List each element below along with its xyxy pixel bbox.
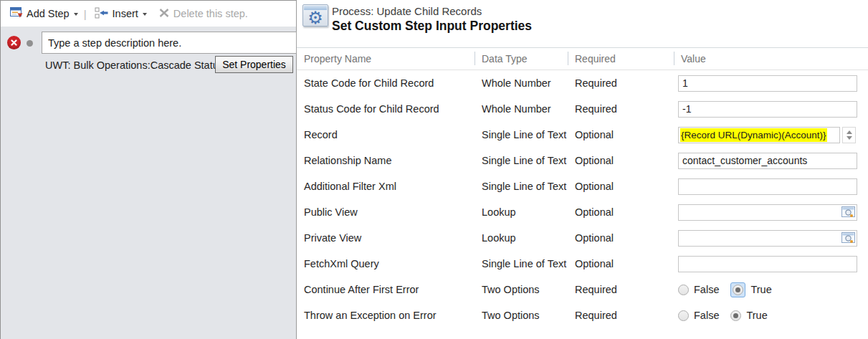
value-input[interactable] bbox=[678, 178, 857, 195]
table-row: Additional Filter XmlSingle Line of Text… bbox=[297, 173, 868, 199]
lookup-input[interactable] bbox=[678, 230, 857, 247]
required-flag: Optional bbox=[568, 129, 674, 140]
property-name: Record bbox=[297, 129, 474, 140]
data-type: Single Line of Text bbox=[474, 155, 568, 166]
highlighted-value: {Record URL(Dynamic)(Account)} bbox=[680, 128, 827, 142]
add-step-button[interactable]: Add Step bbox=[7, 5, 81, 22]
error-icon bbox=[7, 36, 21, 49]
delete-icon bbox=[158, 8, 170, 20]
lookup-icon[interactable] bbox=[841, 206, 855, 219]
table-row: Status Code for Child RecordWhole Number… bbox=[297, 96, 868, 122]
add-step-label: Add Step bbox=[27, 8, 70, 19]
required-flag: Required bbox=[568, 310, 674, 321]
chevron-down-icon bbox=[74, 13, 78, 16]
property-name: Relationship Name bbox=[297, 155, 474, 166]
table-row: Relationship NameSingle Line of TextOpti… bbox=[297, 148, 868, 173]
page-title: Set Custom Step Input Properties bbox=[332, 19, 868, 34]
data-type: Two Options bbox=[474, 284, 568, 295]
property-name: State Code for Child Record bbox=[297, 77, 474, 89]
radio-label: True bbox=[750, 284, 771, 295]
radio-label: False bbox=[694, 310, 719, 321]
value-input[interactable] bbox=[678, 153, 857, 169]
property-name: Status Code for Child Record bbox=[297, 103, 474, 115]
table-row: Throw an Exception on ErrorTwo OptionsRe… bbox=[297, 302, 868, 328]
required-flag: Optional bbox=[568, 232, 674, 244]
data-type: Lookup bbox=[474, 232, 568, 244]
property-name: Additional Filter Xml bbox=[297, 181, 474, 192]
data-type: Two Options bbox=[474, 310, 568, 321]
required-flag: Required bbox=[568, 77, 674, 89]
value-cell: {Record URL(Dynamic)(Account)} bbox=[674, 127, 868, 143]
property-rows: State Code for Child RecordWhole NumberR… bbox=[297, 70, 868, 328]
radio-true[interactable] bbox=[730, 310, 741, 321]
process-name: Process: Update Child Records bbox=[332, 0, 868, 17]
value-cell: FalseTrue bbox=[674, 282, 868, 297]
process-gear-icon: ⚙ bbox=[302, 4, 330, 30]
step-canvas: UWT: Bulk Operations:Cascade Status Set … bbox=[1, 27, 296, 339]
workflow-designer: Add Step | Insert bbox=[0, 0, 868, 339]
required-flag: Required bbox=[568, 103, 674, 115]
value-cell bbox=[674, 178, 868, 195]
table-header: Property Name Data Type Required Value bbox=[297, 48, 868, 70]
column-header-property-name: Property Name bbox=[297, 48, 474, 70]
radio-dot bbox=[735, 287, 740, 292]
value-cell bbox=[674, 256, 868, 272]
value-cell bbox=[674, 101, 868, 118]
lookup-icon[interactable] bbox=[841, 232, 855, 244]
table-row: State Code for Child RecordWhole NumberR… bbox=[297, 70, 868, 96]
table-row: Public ViewLookupOptional bbox=[297, 199, 868, 225]
value-input[interactable] bbox=[678, 256, 857, 272]
delete-step-button[interactable]: Delete this step. bbox=[156, 6, 251, 22]
value-cell bbox=[674, 75, 868, 92]
column-header-required: Required bbox=[568, 48, 674, 70]
radio-false[interactable] bbox=[678, 285, 689, 295]
radio-false[interactable] bbox=[678, 310, 689, 321]
data-type: Lookup bbox=[474, 206, 568, 218]
value-spinner[interactable] bbox=[842, 127, 856, 143]
value-cell bbox=[674, 204, 868, 221]
steps-toolbar: Add Step | Insert bbox=[1, 1, 296, 27]
steps-panel: Add Step | Insert bbox=[0, 0, 297, 339]
radio-label: True bbox=[746, 310, 767, 321]
data-type: Single Line of Text bbox=[474, 129, 568, 140]
set-properties-button[interactable]: Set Properties bbox=[215, 56, 293, 73]
required-flag: Optional bbox=[568, 155, 674, 166]
properties-panel: ⚙ Process: Update Child Records Set Cust… bbox=[297, 0, 868, 339]
table-row: Private ViewLookupOptional bbox=[297, 225, 868, 251]
insert-button[interactable]: Insert bbox=[92, 5, 150, 23]
value-input[interactable] bbox=[678, 101, 857, 118]
radio-label: False bbox=[694, 284, 719, 295]
radio-dot bbox=[733, 313, 738, 318]
column-header-data-type: Data Type bbox=[474, 48, 568, 70]
required-flag: Optional bbox=[568, 258, 674, 269]
data-type: Single Line of Text bbox=[474, 258, 568, 269]
property-name: Public View bbox=[297, 206, 474, 218]
table-row: FetchXml QuerySingle Line of TextOptiona… bbox=[297, 251, 868, 277]
property-name: Throw an Exception on Error bbox=[297, 310, 474, 321]
property-name: Private View bbox=[297, 232, 474, 244]
step-bullet-icon bbox=[27, 40, 33, 47]
data-type: Whole Number bbox=[474, 103, 568, 115]
table-row: RecordSingle Line of TextOptional{Record… bbox=[297, 122, 868, 148]
table-row: Continue After First ErrorTwo OptionsReq… bbox=[297, 277, 868, 302]
step-name-label: UWT: Bulk Operations:Cascade Status bbox=[45, 59, 224, 71]
spinner-down-icon[interactable] bbox=[846, 136, 852, 140]
spinner-up-icon[interactable] bbox=[846, 130, 852, 134]
required-flag: Optional bbox=[568, 206, 674, 218]
value-input[interactable] bbox=[678, 75, 857, 92]
required-flag: Required bbox=[568, 284, 674, 295]
delete-step-label: Delete this step. bbox=[173, 8, 248, 19]
properties-header: ⚙ Process: Update Child Records Set Cust… bbox=[297, 0, 868, 48]
toolbar-separator: | bbox=[84, 8, 87, 20]
add-step-icon bbox=[10, 7, 23, 20]
data-type: Whole Number bbox=[474, 77, 568, 89]
lookup-input[interactable] bbox=[678, 204, 857, 221]
chevron-down-icon bbox=[143, 13, 147, 16]
step-description-input[interactable] bbox=[42, 32, 297, 54]
value-input[interactable]: {Record URL(Dynamic)(Account)} bbox=[678, 127, 840, 143]
radio-true[interactable] bbox=[733, 285, 743, 295]
property-name: Continue After First Error bbox=[297, 284, 474, 295]
data-type: Single Line of Text bbox=[474, 181, 568, 192]
insert-label: Insert bbox=[113, 8, 138, 19]
value-cell bbox=[674, 230, 868, 247]
